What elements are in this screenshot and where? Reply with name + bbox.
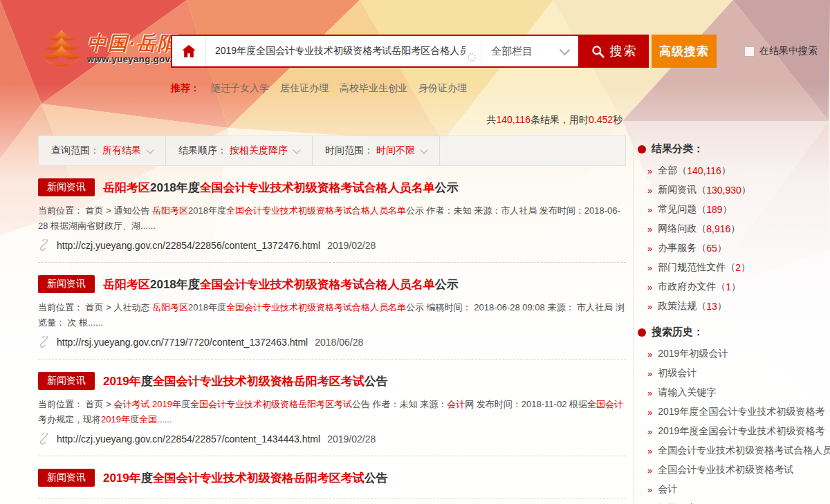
filter-dropdown[interactable]: 结果顺序： 按相关度降序 — [166, 136, 313, 165]
plain-text: 度 — [181, 399, 190, 409]
category-item[interactable]: 网络问政（8,916） — [638, 219, 830, 239]
advanced-search-label: 高级搜索 — [659, 44, 709, 59]
result-url[interactable]: http://czj.yueyang.gov.cn/22854/22856/co… — [57, 240, 320, 251]
history-item[interactable]: 会计 — [638, 480, 830, 499]
category-badge[interactable]: 新闻资讯 — [38, 469, 95, 487]
highlighted-text: 全国会计 — [587, 399, 623, 409]
search-button[interactable]: 搜索 — [580, 35, 649, 68]
category-item[interactable]: 常见问题（189） — [638, 200, 830, 219]
category-item[interactable]: 政策法规（13） — [638, 297, 830, 316]
result-snippet: 当前位置： 首页 > 人社动态 岳阳考区2018年度全国会计专业技术初级资格考试… — [38, 300, 626, 330]
search-in-results-checkbox[interactable] — [744, 46, 755, 57]
highlighted-text: 全国会计专业技术初级资格考试合格人员名单 — [200, 181, 435, 194]
search-button-label: 搜索 — [610, 43, 638, 59]
history-item[interactable]: 2019年度全国会计专业技术初级资格考 — [638, 422, 830, 441]
logo-text: 中国·岳阳 www.yueyang.gov.cn — [87, 33, 184, 64]
category-label: 常见问题 — [658, 203, 697, 216]
history-label: 初级会计 — [658, 367, 697, 380]
recommend-link[interactable]: 随迁子女入学 — [211, 82, 269, 95]
history-item[interactable]: 2019年度全国会计专业技术初级资格考 — [638, 402, 830, 422]
arrow-bullet-icon — [647, 368, 652, 379]
paren-open: （ — [697, 242, 706, 254]
category-count: 65 — [706, 243, 717, 254]
plain-text: 2018年度 — [150, 181, 200, 194]
plain-text: 当前位置： 首页 > 人社动态 — [38, 302, 152, 312]
magnifier-icon — [591, 45, 605, 58]
chevron-down-icon — [560, 44, 571, 55]
filter-value: 按相关度降序 — [230, 144, 288, 157]
highlighted-text: 全国会计专业技术初级资格岳阳考区考试 — [190, 399, 352, 409]
category-item[interactable]: 新闻资讯（130,930） — [638, 180, 830, 200]
site-logo[interactable]: 中国·岳阳 www.yueyang.gov.cn — [40, 29, 184, 68]
filter-label: 结果顺序： — [178, 144, 227, 157]
category-item[interactable]: 全部（140,116） — [638, 161, 830, 180]
history-item[interactable]: 初级会计 — [638, 364, 830, 383]
result-url[interactable]: http://czj.yueyang.gov.cn/22854/22857/co… — [57, 433, 320, 445]
result-title-link[interactable]: 2019年度全国会计专业技术初级资格岳阳考区考试公告 — [103, 470, 388, 486]
result-stats: 共140,116条结果，用时0.452秒 — [38, 114, 622, 127]
red-dot-icon — [638, 328, 646, 337]
result-date: 2019/02/28 — [327, 433, 376, 445]
paren-close: ） — [731, 281, 741, 293]
result-title-link[interactable]: 岳阳考区2018年度全国会计专业技术初级资格考试合格人员名单公示 — [103, 180, 459, 196]
category-badge[interactable]: 新闻资讯 — [38, 178, 95, 196]
home-button[interactable] — [172, 36, 206, 66]
main-column: 查询范围： 所有结果 结果顺序： 按相关度降序 时间范围： 时间不限 新闻资讯 … — [38, 136, 626, 498]
result-title-link[interactable]: 2019年度全国会计专业技术初级资格岳阳考区考试公告 — [103, 373, 388, 389]
result-url[interactable]: http://rsj.yueyang.gov.cn/7719/7720/cont… — [57, 337, 308, 348]
home-icon — [181, 44, 196, 58]
highlighted-text: 岳阳考区 — [152, 205, 188, 216]
category-item[interactable]: 部门规范性文件（2） — [638, 258, 830, 277]
results-list: 新闻资讯 岳阳考区2018年度全国会计专业技术初级资格考试合格人员名单公示 当前… — [38, 166, 626, 498]
highlighted-text: 2019年 — [101, 414, 130, 424]
history-item[interactable]: 资格复审 — [638, 499, 830, 504]
category-badge[interactable]: 新闻资讯 — [38, 372, 95, 390]
category-label: 办事服务 — [658, 242, 697, 254]
arrow-bullet-icon — [647, 388, 652, 398]
filter-dropdown[interactable]: 时间范围： 时间不限 — [313, 136, 440, 165]
search-bar: 全部栏目 搜索 高级搜索 在结果中搜索 — [171, 35, 818, 68]
sidebar: 结果分类： 全部（140,116） 新闻资讯（130,930） 常见问题（189… — [633, 136, 830, 504]
category-count: 2 — [735, 262, 741, 273]
plain-text: 当前位置： 首页 > 通知公告 — [38, 205, 152, 216]
chevron-down-icon — [293, 146, 300, 153]
paren-open: （ — [677, 165, 687, 177]
paren-close: ） — [730, 223, 740, 235]
category-select[interactable]: 全部栏目 — [481, 36, 578, 66]
history-label: 全国会计专业技术初级资格考试 — [658, 464, 793, 476]
gear-icon[interactable] — [468, 53, 476, 62]
history-list: 2019年初级会计 初级会计 请输入关键字 2019年度全国会计专业技术初级资格… — [638, 344, 830, 504]
history-item[interactable]: 2019年初级会计 — [638, 344, 830, 364]
recommend-link[interactable]: 身份证办理 — [418, 82, 467, 95]
category-item[interactable]: 办事服务（65） — [638, 239, 830, 258]
recommend-row: 推荐： 随迁子女入学居住证办理高校毕业生创业身份证办理 — [171, 82, 467, 95]
recommend-link[interactable]: 居住证办理 — [280, 82, 329, 95]
advanced-search-button[interactable]: 高级搜索 — [652, 35, 717, 68]
stats-suffix: 秒 — [613, 114, 622, 125]
filter-value: 所有结果 — [102, 144, 141, 157]
highlighted-text: 会计 — [447, 399, 465, 409]
history-item[interactable]: 全国会计专业技术初级资格考试合格人员 — [638, 441, 830, 460]
history-item[interactable]: 全国会计专业技术初级资格考试 — [638, 460, 830, 480]
history-item[interactable]: 请输入关键字 — [638, 383, 830, 402]
history-header: 搜索历史： — [638, 326, 830, 339]
result-title-link[interactable]: 岳阳考区2018年度全国会计专业技术初级资格考试合格人员名单公示 — [103, 277, 459, 292]
arrow-bullet-icon — [647, 427, 652, 437]
result-date: 2019/02/28 — [327, 240, 376, 251]
search-input[interactable] — [206, 46, 481, 57]
highlighted-text: 岳阳考区 — [103, 278, 150, 291]
recommend-link[interactable]: 高校毕业生创业 — [340, 82, 407, 95]
result-header: 新闻资讯 2019年度全国会计专业技术初级资格岳阳考区考试公告 — [38, 469, 626, 487]
yueyang-tower-icon — [40, 29, 83, 68]
arrow-bullet-icon — [647, 205, 652, 215]
plain-text: 度 — [130, 414, 139, 424]
category-badge[interactable]: 新闻资讯 — [38, 275, 95, 293]
page: 中国·岳阳 www.yueyang.gov.cn 全部栏目 — [0, 0, 830, 504]
categories-title: 结果分类： — [652, 142, 703, 156]
filter-dropdown[interactable]: 查询范围： 所有结果 — [39, 136, 166, 165]
category-item[interactable]: 市政府办文件（1） — [638, 277, 830, 297]
result-header: 新闻资讯 2019年度全国会计专业技术初级资格岳阳考区考试公告 — [38, 372, 626, 390]
categories-header: 结果分类： — [638, 142, 830, 156]
logo-url: www.yueyang.gov.cn — [87, 54, 184, 64]
filter-value: 时间不限 — [376, 144, 415, 157]
